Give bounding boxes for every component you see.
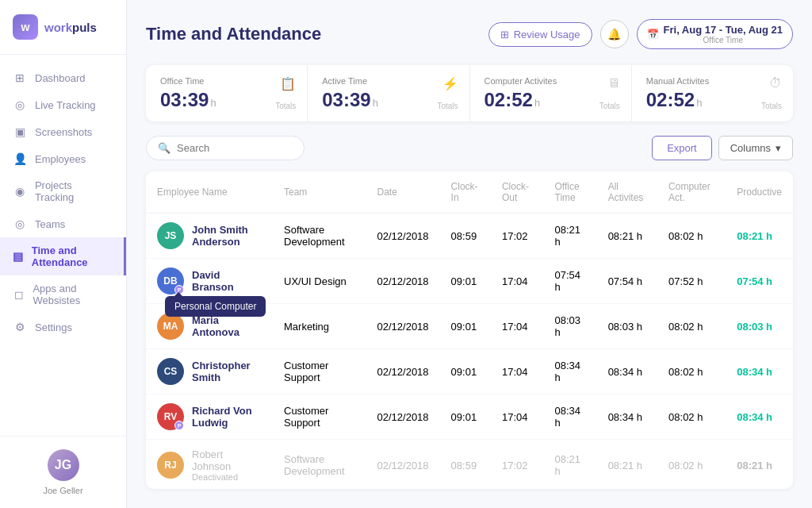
- page-header: Time and Attendance ⊞ Review Usage 🔔 📅 F…: [146, 19, 793, 49]
- date-range-label: Fri, Aug 17 - Tue, Aug 21: [664, 24, 783, 36]
- stat-card-2: 🖥 Computer Activites 02:52h Totals: [470, 65, 632, 121]
- all-activities-cell: 07:54 h: [597, 259, 657, 304]
- clock-in-cell: 09:01: [440, 394, 491, 440]
- employee-avatar: RJ: [157, 452, 184, 479]
- nav-label-projects-tracking: Projects Tracking: [35, 179, 113, 203]
- attendance-table: Employee NameTeamDateClock-InClock-OutOf…: [146, 171, 793, 489]
- table-wrap: Employee NameTeamDateClock-InClock-OutOf…: [146, 171, 793, 489]
- columns-button[interactable]: Columns ▾: [718, 136, 793, 160]
- nav-icon-projects-tracking: ◉: [13, 185, 27, 198]
- clock-out-cell: 17:02: [491, 214, 544, 259]
- sidebar: w workpuls ⊞Dashboard◎Live Tracking▣Scre…: [0, 0, 127, 508]
- bell-icon: 🔔: [607, 28, 621, 40]
- clock-in-cell: 09:01: [440, 304, 491, 349]
- employee-avatar: RV P: [157, 403, 184, 430]
- sidebar-item-projects-tracking[interactable]: ◉Projects Tracking: [0, 172, 126, 210]
- employee-name: John Smith Anderson: [192, 224, 262, 248]
- nav-label-apps-and-websites: Apps and Websistes: [33, 283, 113, 306]
- team-cell: Software Development: [273, 440, 366, 489]
- employee-info: Maria Antonova: [192, 314, 262, 338]
- computer-act-cell: 07:52 h: [657, 259, 726, 304]
- date-cell: 02/12/2018: [366, 440, 440, 489]
- sidebar-item-apps-and-websites[interactable]: ◻Apps and Websistes: [0, 275, 126, 314]
- computer-act-cell: 08:02 h: [657, 349, 726, 394]
- col-header-0: Employee Name: [146, 171, 273, 214]
- clock-out-cell: 17:04: [491, 349, 544, 394]
- col-header-7: Computer Act.: [657, 171, 726, 214]
- table-row: RV P Richard Von Ludwig Customer Support…: [146, 394, 793, 440]
- nav-label-time-and-attendance: Time and Attendance: [32, 244, 111, 268]
- employee-name-cell: RJ Robert Johnson Deactivated: [146, 440, 273, 489]
- all-activities-cell: 08:03 h: [597, 304, 657, 349]
- employee-name-cell: DB P David Branson Personal Computer: [146, 259, 273, 304]
- team-cell: Customer Support: [273, 394, 366, 440]
- col-header-1: Team: [273, 171, 366, 214]
- nav-label-employees: Employees: [35, 153, 86, 165]
- office-time-cell: 07:54 h: [544, 259, 597, 304]
- calendar-icon: 📅: [647, 29, 659, 40]
- stats-row: 📋 Office Time 03:39h Totals ⚡ Active Tim…: [146, 65, 793, 121]
- notifications-button[interactable]: 🔔: [600, 20, 629, 48]
- productive-cell: 08:21 h: [726, 440, 793, 489]
- logo-icon: w: [13, 14, 38, 40]
- sidebar-item-settings[interactable]: ⚙Settings: [0, 314, 126, 341]
- search-input[interactable]: [177, 142, 293, 154]
- clock-in-cell: 09:01: [440, 349, 491, 394]
- sidebar-item-teams[interactable]: ◎Teams: [0, 210, 126, 237]
- date-cell: 02/12/2018: [366, 214, 440, 259]
- table-header: Employee NameTeamDateClock-InClock-OutOf…: [146, 171, 793, 214]
- employee-name-cell: RV P Richard Von Ludwig: [146, 394, 273, 440]
- office-time-cell: 08:34 h: [544, 394, 597, 440]
- page-title: Time and Attendance: [146, 24, 321, 44]
- sidebar-item-live-tracking[interactable]: ◎Live Tracking: [0, 91, 126, 118]
- stat-icon-3: ⏱: [769, 76, 782, 90]
- team-cell: UX/UI Design: [273, 259, 366, 304]
- sidebar-item-employees[interactable]: 👤Employees: [0, 145, 126, 172]
- employee-status: Deactivated: [192, 472, 262, 482]
- stat-value-2: 02:52h: [485, 89, 617, 111]
- stat-totals-0: Totals: [275, 102, 296, 110]
- review-usage-button[interactable]: ⊞ Review Usage: [488, 22, 592, 47]
- nav-icon-live-tracking: ◎: [13, 98, 27, 111]
- user-name: Joe Geller: [43, 486, 82, 495]
- nav-icon-teams: ◎: [13, 217, 27, 230]
- clock-in-cell: 09:01: [440, 259, 491, 304]
- nav-icon-settings: ⚙: [13, 321, 27, 333]
- date-cell: 02/12/2018: [366, 394, 440, 440]
- logo-text: workpuls: [44, 21, 97, 34]
- office-time-cell: 08:21 h: [544, 214, 597, 259]
- date-range-button[interactable]: 📅 Fri, Aug 17 - Tue, Aug 21 Office Time: [637, 19, 793, 49]
- sidebar-nav: ⊞Dashboard◎Live Tracking▣Screenshots👤Emp…: [0, 55, 126, 436]
- all-activities-cell: 08:34 h: [597, 394, 657, 440]
- nav-label-screenshots: Screenshots: [35, 126, 92, 138]
- nav-icon-employees: 👤: [13, 152, 27, 165]
- clock-out-cell: 17:02: [491, 440, 544, 489]
- date-cell: 02/12/2018: [366, 259, 440, 304]
- stat-card-0: 📋 Office Time 03:39h Totals: [146, 65, 308, 121]
- sidebar-item-dashboard[interactable]: ⊞Dashboard: [0, 64, 126, 91]
- col-header-4: Clock-Out: [491, 171, 544, 214]
- date-cell: 02/12/2018: [366, 304, 440, 349]
- office-time-cell: 08:03 h: [544, 304, 597, 349]
- nav-label-live-tracking: Live Tracking: [35, 99, 96, 111]
- export-button[interactable]: Export: [652, 136, 712, 160]
- employee-avatar: CS: [157, 358, 184, 385]
- sidebar-item-time-and-attendance[interactable]: ▤Time and Attendance: [0, 237, 126, 275]
- date-cell: 02/12/2018: [366, 349, 440, 394]
- stat-totals-1: Totals: [437, 102, 458, 110]
- avatar: JG: [48, 449, 79, 481]
- stat-icon-1: ⚡: [442, 76, 458, 91]
- productive-cell: 08:21 h: [726, 214, 793, 259]
- sidebar-item-screenshots[interactable]: ▣Screenshots: [0, 118, 126, 145]
- nav-icon-time-and-attendance: ▤: [13, 250, 24, 263]
- stat-label-0: Office Time: [160, 76, 293, 86]
- employee-info: Christopher Smith: [192, 360, 262, 383]
- search-box[interactable]: 🔍: [146, 136, 304, 160]
- stat-label-1: Active Time: [322, 76, 454, 86]
- col-header-3: Clock-In: [440, 171, 491, 214]
- team-cell: Software Development: [273, 214, 366, 259]
- computer-act-cell: 08:02 h: [657, 304, 726, 349]
- employee-info: John Smith Anderson: [192, 224, 262, 248]
- computer-act-cell: 08:02 h: [657, 440, 726, 489]
- stat-card-1: ⚡ Active Time 03:39h Totals: [308, 65, 469, 121]
